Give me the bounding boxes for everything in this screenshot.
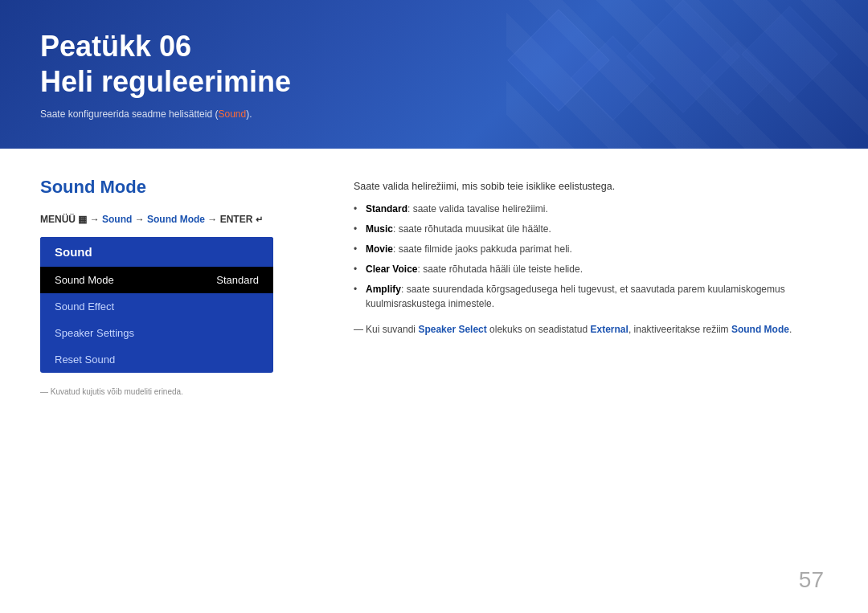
subtitle-suffix: ). [246,108,252,120]
note-middle: olekuks on seadistatud [487,324,591,335]
text-music: : saate rõhutada muusikat üle häälte. [393,223,551,235]
note-term-soundmode: Sound Mode [731,324,789,335]
subtitle-link: Sound [218,108,246,120]
header-banner: Peatükk 06 Heli reguleerimine Saate konf… [0,0,868,149]
bullet-amplify: Amplify: saate suurendada kõrgsagedusega… [354,282,828,311]
term-clearvoice: Clear Voice [366,264,417,275]
term-music: Music [366,223,393,235]
bullet-music: Music: saate rõhutada muusikat üle häält… [354,222,828,236]
menu-item-soundeffect[interactable]: Sound Effect [40,293,273,320]
bullet-movie: Movie: saate filmide jaoks pakkuda parim… [354,242,828,256]
note-term-external: External [591,324,628,335]
menu-item-soundmode[interactable]: Sound Mode Standard [40,267,273,293]
menu-item-soundeffect-label: Sound Effect [55,300,114,313]
bullet-list: Standard: saate valida tavalise helireži… [354,202,828,311]
text-clearvoice: : saate rõhutada hääli üle teiste helide… [417,264,582,275]
menu-item-resetsound-label: Reset Sound [55,353,115,366]
term-standard: Standard [366,203,407,215]
main-content: Sound Mode MENÜÜ ▦ → Sound → Sound Mode … [0,149,868,424]
intro-text: Saate valida helirežiimi, mis sobib teie… [354,181,828,192]
menu-item-soundmode-label: Sound Mode [55,274,114,286]
menu-item-soundmode-value: Standard [216,274,259,286]
menu-item-speakersettings[interactable]: Speaker Settings [40,320,273,346]
term-movie: Movie [366,243,393,255]
term-amplify: Amplify [366,284,401,295]
note-line: Kui suvandi Speaker Select olekuks on se… [354,322,828,337]
left-column: Sound Mode MENÜÜ ▦ → Sound → Sound Mode … [40,177,321,396]
enter-icon: ↵ [256,215,263,225]
menu-path-soundmode: Sound Mode [147,214,205,225]
page-number: 57 [799,567,824,593]
section-title: Sound Mode [40,177,321,198]
bullet-standard: Standard: saate valida tavalise helireži… [354,202,828,216]
text-amplify: : saate suurendada kõrgsagedusega heli t… [366,284,785,309]
menu-path-sound: Sound [102,214,132,225]
footnote: — Kuvatud kujutis võib mudeliti erineda. [40,387,321,396]
menu-item-speakersettings-label: Speaker Settings [55,327,134,339]
text-standard: : saate valida tavalise helirežiimi. [407,203,548,215]
right-column: Saate valida helirežiimi, mis sobib teie… [354,177,828,396]
menu-item-resetsound[interactable]: Reset Sound [40,346,273,373]
note-term-speakerselect: Speaker Select [418,324,486,335]
text-movie: : saate filmide jaoks pakkuda parimat he… [393,243,572,255]
note-end: . [789,324,792,335]
subtitle-prefix: Saate konfigureerida seadme helisätteid … [40,108,218,120]
note-suffix: , inaktiveeritakse režiim [628,324,731,335]
menu-path: MENÜÜ ▦ → Sound → Sound Mode → ENTER ↵ [40,214,321,225]
tv-menu-header: Sound [40,237,273,267]
bullet-clearvoice: Clear Voice: saate rõhutada hääli üle te… [354,262,828,276]
note-prefix: Kui suvandi [366,324,418,335]
tv-menu: Sound Sound Mode Standard Sound Effect S… [40,237,273,373]
decorative-diamonds [506,8,828,149]
